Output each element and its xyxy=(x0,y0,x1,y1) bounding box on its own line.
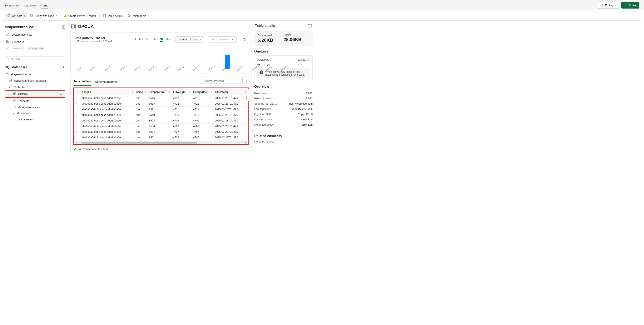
expand-row-icon[interactable]: › xyxy=(74,112,80,118)
col-menu-icon[interactable]: ≡ xyxy=(245,91,246,93)
info-icon[interactable]: ⓘ xyxy=(270,58,272,61)
databases-icon xyxy=(6,39,10,43)
overview-value[interactable]: Copy URI⧉ xyxy=(298,112,312,116)
expand-row-icon[interactable]: › xyxy=(74,118,80,124)
range-tab-30D[interactable]: 30D xyxy=(166,37,171,42)
expand-row-icon[interactable]: › xyxy=(74,107,80,112)
search-input[interactable] xyxy=(11,57,63,61)
col-menu-icon[interactable]: ≡ xyxy=(189,91,190,93)
range-tab-1H[interactable]: 1H xyxy=(132,37,136,42)
svg-rect-19 xyxy=(72,25,76,28)
tab-database[interactable]: Database xyxy=(24,3,36,9)
table-row[interactable]: ›a0a0a0a0-bbbb-cccc-dddd-e1e1etrue851047… xyxy=(74,112,248,118)
expand-row-icon[interactable]: › xyxy=(74,135,80,140)
range-tab-3D[interactable]: 3D xyxy=(153,37,156,42)
overview-value: Unlimited xyxy=(301,123,312,126)
cell-assetid: a0a0a0a0-bbbb-cccc-dddd-e1e1e xyxy=(80,107,134,112)
overview-value: Unlimited xyxy=(301,118,312,121)
range-tab-1D[interactable]: 1D xyxy=(146,37,150,42)
tree-selected-table[interactable]: › OPCUA ••• xyxy=(5,90,65,98)
horizontal-scrollbar[interactable]: ◂ ▸ xyxy=(74,141,248,144)
powerbi-button[interactable]: Create Power BI report xyxy=(62,13,98,19)
chevron-right-icon: › xyxy=(8,99,11,102)
table-row[interactable]: ›a0a0a0a0-bbbb-cccc-dddd-e1e1etrue850447… xyxy=(74,129,248,135)
scroll-left-icon[interactable]: ◂ xyxy=(74,141,78,144)
get-data-button[interactable]: Get data ▾ xyxy=(5,13,27,19)
col-header-energyuse[interactable]: EnergyUse≡ xyxy=(192,89,213,95)
range-tab-6H[interactable]: 6H xyxy=(139,37,143,42)
info-icon[interactable]: ⓘ xyxy=(307,58,310,61)
more-icon[interactable]: ••• xyxy=(60,92,64,96)
tree-tables[interactable]: ▾ Tables xyxy=(5,84,65,90)
tables-icon xyxy=(13,85,16,89)
table-row[interactable]: ›a0a0a0a0-bbbb-cccc-dddd-e1e1etrue850647… xyxy=(74,124,248,129)
table-row[interactable]: ›a0a0a0a0-bbbb-cccc-dddd-e1e1etrue851347… xyxy=(74,101,248,107)
tree-queryset[interactable]: aioqseventhouse_queryset xyxy=(5,77,65,84)
sidebar-item-databases[interactable]: Databases xyxy=(5,38,65,45)
cell-fillweight: 4707 xyxy=(172,129,192,135)
onelake-banner: i When active, new tables in this databa… xyxy=(258,68,310,78)
share-button[interactable]: Share xyxy=(621,2,640,8)
range-tab-7D[interactable]: 7D xyxy=(160,37,163,42)
keyword-search[interactable] xyxy=(201,78,240,84)
cell-spike: true xyxy=(134,135,147,140)
copy-icon[interactable]: ⧉ xyxy=(311,112,312,116)
table-row[interactable]: ›a0a0a0a0-bbbb-cccc-dddd-e1e1etrue850247… xyxy=(74,135,248,140)
activity-chart xyxy=(74,46,248,69)
expand-row-icon[interactable]: › xyxy=(74,129,80,135)
monitoring-label: Monitoring xyxy=(12,47,24,50)
cell-spike: true xyxy=(134,129,147,135)
plus-icon[interactable]: ＋ xyxy=(62,64,65,69)
availability-toggle[interactable] xyxy=(258,63,264,66)
col-header-fillweight[interactable]: FillWeight≡ xyxy=(172,89,192,95)
delete-button[interactable]: Delete table xyxy=(125,13,148,19)
col-menu-icon[interactable]: ≡ xyxy=(132,91,133,93)
fullscreen-button[interactable] xyxy=(242,78,248,84)
compressed-value: 6.26KB xyxy=(258,37,275,43)
collapse-icon[interactable] xyxy=(62,25,65,29)
col-header-spike[interactable]: Spike≡ xyxy=(134,89,147,95)
tree-functions[interactable]: › ƒx Functions xyxy=(5,111,65,116)
tab-table[interactable]: Table xyxy=(41,3,48,9)
col-header-temperature[interactable]: Temperature≡ xyxy=(147,89,172,95)
info-icon[interactable]: ⓘ xyxy=(272,33,275,37)
expand-icon[interactable] xyxy=(308,24,312,27)
scroll-right-icon[interactable]: ▸ xyxy=(244,141,248,144)
col-header-assetid[interactable]: AssetId≡ xyxy=(80,89,134,95)
sidebar-item-overview[interactable]: System overview xyxy=(5,31,65,38)
tab-eventhouse[interactable]: Eventhouse xyxy=(4,3,19,9)
col-header-timestamp[interactable]: Timestamp≡ xyxy=(213,89,248,95)
db-name: aioqseventhouse xyxy=(11,73,31,76)
expand-row-icon[interactable]: › xyxy=(74,101,80,107)
query-button[interactable]: Query with code ▾ xyxy=(28,13,59,19)
expand-row-icon[interactable]: › xyxy=(74,124,80,129)
refresh-button[interactable] xyxy=(241,36,248,43)
table-row[interactable]: ›a0a0a0a0-bbbb-cccc-dddd-e1e1etrue851547… xyxy=(74,95,248,101)
tab-schema[interactable]: Schema insights xyxy=(95,78,117,86)
interval-dropdown[interactable]: Interval: 12 hours ▾ xyxy=(176,36,204,42)
divider xyxy=(254,130,312,130)
editing-button[interactable]: Editing ▾ xyxy=(598,2,619,8)
tab-data-preview[interactable]: Data preview xyxy=(74,77,91,86)
delete-label: Delete table xyxy=(132,14,146,17)
search-box[interactable] xyxy=(5,56,65,62)
col-menu-icon[interactable]: ≡ xyxy=(211,91,212,93)
materialized-label: Materialized views xyxy=(18,106,40,109)
cell-assetid: a0a0a0a0-bbbb-cccc-dddd-e1e1e xyxy=(80,101,134,107)
table-row[interactable]: ›a0a0a0a0-bbbb-cccc-dddd-e1e1etrue851147… xyxy=(74,107,248,112)
show-label: Show: Ingestion xyxy=(211,38,230,41)
overview-key: Retention policy xyxy=(254,123,274,126)
expand-row-icon[interactable]: › xyxy=(74,95,80,101)
col-menu-icon[interactable]: ≡ xyxy=(169,91,170,93)
keyword-input[interactable] xyxy=(204,79,239,82)
cell-spike: true xyxy=(134,101,147,107)
table-details-button[interactable]: Table details xyxy=(101,13,125,19)
show-dropdown[interactable]: Show: Ingestion ▾ xyxy=(208,36,236,42)
compressed-label: Compressed xyxy=(258,34,272,37)
tree-shortcuts[interactable]: › Shortcuts xyxy=(5,98,65,104)
table-row[interactable]: ›a0a0a0a0-bbbb-cccc-dddd-e1e1etrue850847… xyxy=(74,118,248,124)
col-menu-icon[interactable]: ≡ xyxy=(145,91,146,93)
tree-db[interactable]: aioqseventhouse xyxy=(5,71,65,77)
tree-materialized[interactable]: › Materialized views xyxy=(5,104,65,111)
tree-datastreams[interactable]: › Data streams xyxy=(5,116,65,123)
